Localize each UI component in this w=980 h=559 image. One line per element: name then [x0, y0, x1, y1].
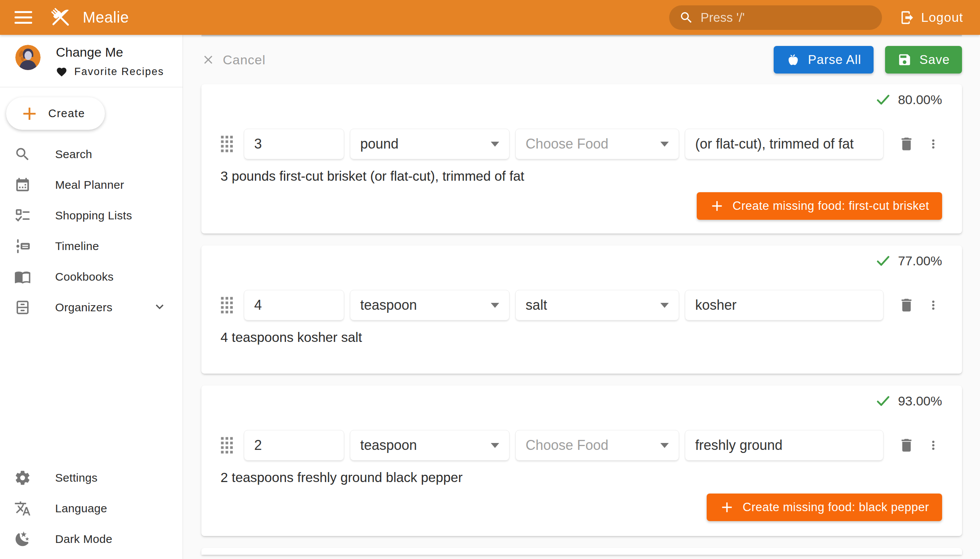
note-input[interactable] — [685, 129, 884, 159]
quantity-input[interactable] — [244, 290, 344, 321]
logout-label: Logout — [921, 10, 963, 25]
more-options-button[interactable] — [924, 296, 942, 314]
save-label: Save — [919, 53, 950, 67]
search-icon — [14, 146, 31, 163]
heart-icon — [56, 66, 68, 78]
plus-icon — [720, 500, 734, 514]
drag-handle-icon[interactable] — [220, 135, 233, 153]
dropdown-arrow-icon — [660, 142, 669, 147]
logout-button[interactable]: Logout — [900, 10, 963, 25]
sidebar-item-organizers[interactable]: Organizers — [0, 292, 183, 323]
ingredient-card: 93.00% teaspoon Choose Food — [202, 385, 962, 536]
confidence-check-icon — [875, 91, 891, 108]
content-top-divider — [202, 35, 962, 37]
sidebar-item-cookbooks[interactable]: Cookbooks — [0, 261, 183, 292]
unit-value: pound — [360, 136, 398, 152]
trash-icon — [898, 437, 915, 454]
plus-icon — [710, 199, 724, 213]
sidebar-item-meal-planner[interactable]: Meal Planner — [0, 170, 183, 200]
delete-button[interactable] — [898, 135, 915, 153]
sidebar-item-language[interactable]: Language — [0, 493, 183, 524]
create-missing-food-button[interactable]: Create missing food: black pepper — [707, 493, 942, 521]
apple-icon — [786, 53, 800, 67]
sidebar-item-timeline[interactable]: Timeline — [0, 231, 183, 261]
favorite-recipes-button[interactable]: Favorite Recipes — [56, 66, 164, 78]
quantity-input[interactable] — [244, 430, 344, 461]
food-placeholder: Choose Food — [526, 437, 608, 453]
chevron-down-icon — [152, 299, 167, 316]
food-select[interactable]: salt — [515, 290, 679, 321]
more-options-button[interactable] — [924, 437, 942, 454]
create-missing-food-button[interactable]: Create missing food: first-cut brisket — [697, 192, 942, 220]
dropdown-arrow-icon — [491, 303, 499, 308]
favorite-recipes-label: Favorite Recipes — [74, 66, 164, 78]
note-input[interactable] — [685, 290, 884, 321]
delete-button[interactable] — [898, 296, 915, 314]
parse-all-button[interactable]: Parse All — [773, 46, 874, 73]
gear-icon — [14, 469, 31, 487]
create-button[interactable]: Create — [6, 97, 105, 130]
drag-handle-icon[interactable] — [220, 437, 233, 454]
save-button[interactable]: Save — [885, 46, 962, 73]
sidebar-item-label: Organizers — [55, 301, 112, 314]
delete-button[interactable] — [898, 437, 915, 454]
sidebar: Change Me Favorite Recipes Create Search — [0, 35, 183, 559]
cancel-label: Cancel — [223, 53, 266, 68]
dropdown-arrow-icon — [660, 443, 669, 448]
dropdown-arrow-icon — [491, 142, 499, 147]
sidebar-item-settings[interactable]: Settings — [0, 463, 183, 493]
trash-icon — [898, 297, 915, 314]
cancel-button[interactable]: Cancel — [202, 53, 266, 68]
unit-select[interactable]: pound — [350, 129, 509, 159]
book-open-icon — [14, 268, 31, 286]
translate-icon — [14, 499, 31, 517]
quantity-input[interactable] — [244, 129, 344, 159]
avatar[interactable] — [15, 45, 41, 70]
trash-icon — [898, 136, 915, 152]
sidebar-footer: Settings Language Dark Mode — [0, 463, 183, 559]
mealie-logo-icon[interactable] — [48, 4, 74, 31]
save-icon — [897, 53, 912, 67]
sidebar-item-label: Search — [55, 148, 92, 161]
sidebar-item-shopping-lists[interactable]: Shopping Lists — [0, 200, 183, 231]
ingredient-summary: 3 pounds first-cut brisket (or flat-cut)… — [220, 169, 942, 184]
logout-icon — [900, 10, 915, 25]
dropdown-arrow-icon — [491, 443, 499, 448]
ingredient-card-partial — [202, 548, 962, 555]
sidebar-item-label: Timeline — [55, 240, 99, 253]
confidence-check-icon — [875, 253, 891, 269]
unit-select[interactable]: teaspoon — [350, 290, 509, 321]
sidebar-item-label: Cookbooks — [55, 270, 114, 283]
user-name: Change Me — [56, 45, 164, 60]
food-value: salt — [526, 297, 547, 313]
checklist-icon — [14, 207, 31, 224]
sidebar-item-dark-mode[interactable]: Dark Mode — [0, 524, 183, 554]
ingredient-summary: 4 teaspoons kosher salt — [220, 330, 942, 345]
parser-toolbar: Cancel Parse All Save — [202, 46, 962, 73]
sidebar-item-search[interactable]: Search — [0, 139, 183, 170]
note-input[interactable] — [685, 430, 884, 461]
search-placeholder: Press '/' — [701, 10, 745, 25]
plus-icon — [21, 105, 38, 122]
confidence-value: 77.00% — [898, 253, 942, 268]
ingredient-list: 80.00% pound Choose Food — [202, 84, 962, 555]
unit-select[interactable]: teaspoon — [350, 430, 509, 461]
food-select[interactable]: Choose Food — [515, 430, 679, 461]
drag-handle-icon[interactable] — [220, 296, 233, 314]
main-content: Cancel Parse All Save — [183, 35, 980, 555]
kebab-menu-icon — [926, 298, 940, 312]
ingredient-card: 77.00% teaspoon salt — [202, 245, 962, 374]
ingredient-summary: 2 teaspoons freshly ground black pepper — [220, 470, 942, 485]
app-title: Mealie — [83, 9, 129, 26]
more-options-button[interactable] — [924, 135, 942, 153]
moon-icon — [14, 530, 31, 548]
file-cabinet-icon — [14, 299, 31, 316]
close-icon — [202, 53, 215, 67]
create-missing-food-label: Create missing food: black pepper — [743, 500, 929, 514]
kebab-menu-icon — [926, 438, 940, 452]
create-label: Create — [48, 107, 85, 120]
food-select[interactable]: Choose Food — [515, 129, 679, 159]
menu-icon[interactable] — [15, 9, 35, 26]
confidence-check-icon — [875, 393, 891, 409]
search-input[interactable]: Press '/' — [669, 5, 882, 30]
